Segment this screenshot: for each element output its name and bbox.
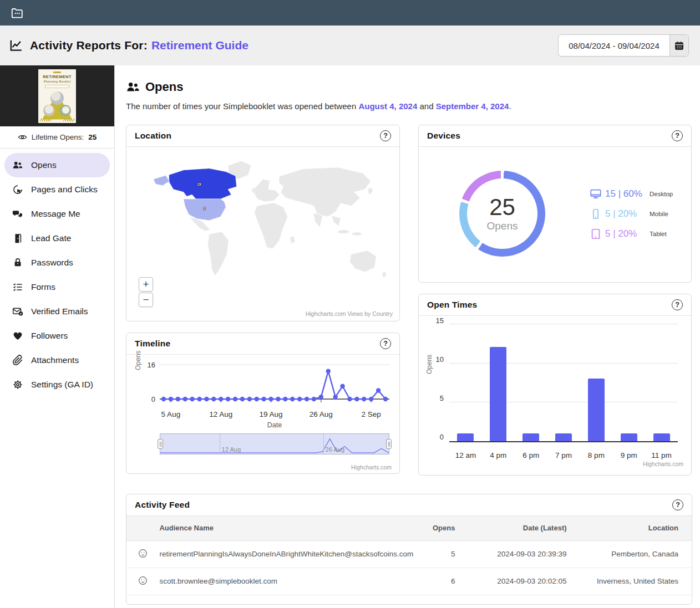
booklet-thumbnail-panel: RETIREMENT Planning Booklet (0, 65, 114, 126)
line-chart-icon (9, 38, 24, 53)
audience-name: retirementPlanningIsAlwaysDoneInABrightW… (159, 540, 413, 568)
desktop-stat: 15 | 60% (605, 188, 642, 200)
audience-location: Inverness, United States (580, 568, 692, 595)
sidebar: RETIREMENT Planning Booklet Lifetime Ope… (0, 65, 115, 608)
open-times-attribution: Highcharts.com (643, 461, 683, 467)
tablet-label: Tablet (650, 231, 667, 237)
heart-icon (12, 330, 23, 341)
sidebar-item-label: Settings (GA ID) (31, 380, 93, 390)
navigator-left-handle[interactable] (158, 439, 163, 449)
sidebar-item-label: Opens (31, 160, 57, 170)
sidebar-item-label: Pages and Clicks (31, 185, 98, 195)
sidebar-item-label: Lead Gate (31, 233, 71, 243)
sidebar-item-label: Verified Emails (31, 306, 88, 316)
navigator-right-handle[interactable] (386, 439, 392, 449)
people-icon (126, 80, 140, 94)
location-card-title: Location (135, 131, 171, 141)
help-icon[interactable]: ? (672, 499, 683, 510)
people-icon (12, 160, 23, 171)
click-icon (12, 184, 23, 195)
eye-icon (18, 132, 27, 142)
legend-mobile: 5 | 20% Mobile (590, 207, 687, 221)
column-opens: Opens (413, 516, 468, 540)
column-location: Location (580, 516, 692, 540)
sidebar-item-forms[interactable]: Forms (0, 275, 114, 299)
sidebar-item-passwords[interactable]: Passwords (0, 251, 114, 275)
activity-feed-title: Activity Feed (135, 500, 190, 510)
sidebar-item-label: Attachments (31, 355, 79, 365)
audience-avatar-icon (126, 568, 159, 595)
devices-total-label: Opens (487, 220, 518, 232)
desktop-label: Desktop (650, 191, 673, 197)
calendar-icon (674, 40, 684, 51)
table-row[interactable]: retirementPlanningIsAlwaysDoneInABrightW… (126, 540, 692, 568)
help-icon[interactable]: ? (380, 130, 391, 141)
sidebar-item-lead-gate[interactable]: Lead Gate (0, 226, 114, 251)
timeline-navigator[interactable]: 12 Aug26 Aug (160, 433, 389, 454)
devices-donut-chart[interactable]: 25 Opens (459, 171, 545, 257)
mobile-stat: 5 | 20% (605, 208, 637, 219)
page-title: Activity Reports For: (30, 39, 148, 52)
open-times-plot: 051015 (449, 325, 678, 442)
booklet-name-link[interactable]: Retirement Guide (151, 39, 248, 52)
help-icon[interactable]: ? (672, 299, 683, 310)
sidebar-item-message-me[interactable]: Message Me (0, 202, 114, 226)
date-range-value[interactable]: 08/04/2024 - 09/04/2024 (559, 35, 669, 56)
cover-title: RETIREMENT (38, 74, 76, 79)
map-south-america (207, 232, 229, 275)
start-date-link[interactable]: August 4, 2024 (358, 101, 417, 111)
end-date-link[interactable]: September 4, 2024 (436, 101, 509, 111)
open-times-bar (555, 433, 572, 441)
map-usa-value: 6 (204, 207, 206, 211)
sidebar-item-label: Forms (31, 282, 55, 292)
chat-icon (12, 208, 23, 219)
audience-avatar-icon (126, 540, 159, 568)
help-icon[interactable]: ? (380, 338, 391, 349)
report-header: Activity Reports For: Retirement Guide 0… (0, 25, 700, 65)
sidebar-item-followers[interactable]: Followers (0, 324, 114, 348)
column-date-latest: Date (Latest) (468, 516, 580, 540)
timeline-plot: 160 (160, 360, 389, 407)
tablet-icon (590, 228, 602, 240)
booklets-folder-icon[interactable] (9, 4, 26, 21)
sidebar-item-opens[interactable]: Opens (4, 153, 110, 177)
cover-photo (59, 105, 71, 116)
map-canada[interactable] (169, 168, 237, 199)
sidebar-item-settings[interactable]: Settings (GA ID) (0, 372, 114, 397)
audience-date: 2024-09-03 20:02:05 (468, 568, 580, 595)
column-audience-name: Audience Name (159, 516, 413, 540)
open-times-bar (523, 433, 539, 441)
section-title: Opens (145, 80, 183, 94)
map-alaska[interactable] (154, 175, 170, 185)
sidebar-item-attachments[interactable]: Attachments (0, 348, 114, 372)
open-times-bar (490, 347, 506, 441)
open-times-categories: 12 am4 pm6 pm7 pm8 pm9 pm11 pm (449, 451, 678, 459)
open-times-card-title: Open Times (427, 300, 477, 310)
door-icon (12, 233, 23, 244)
map-zoom-in-button[interactable]: + (139, 277, 153, 292)
date-range-picker[interactable]: 08/04/2024 - 09/04/2024 (558, 34, 689, 57)
map-zoom-out-button[interactable]: − (139, 293, 153, 307)
tablet-stat: 5 | 20% (605, 228, 637, 239)
calendar-button[interactable] (669, 35, 688, 56)
top-app-bar (0, 0, 700, 25)
help-icon[interactable]: ? (672, 130, 683, 141)
sidebar-item-verified-emails[interactable]: Verified Emails (0, 299, 114, 324)
audience-location: Pemberton, Canada (580, 540, 692, 568)
map-canada-value: 19 (197, 182, 201, 186)
map-se-asia (332, 216, 341, 226)
map-madagascar (290, 236, 295, 244)
booklet-cover-thumbnail[interactable]: RETIREMENT Planning Booklet (38, 69, 76, 123)
sidebar-item-pages-and-clicks[interactable]: Pages and Clicks (0, 177, 114, 202)
lifetime-opens: Lifetime Opens: 25 (0, 126, 114, 149)
desktop-icon (590, 188, 602, 200)
main-content: Opens The number of times your Simpleboo… (115, 65, 700, 608)
map-india (313, 213, 322, 227)
mobile-icon (590, 208, 602, 220)
timeline-attribution: Highcharts.com (351, 464, 392, 471)
timeline-card: Timeline ? Opens 160 5 Aug12 Aug19 Aug26… (126, 333, 400, 474)
devices-legend: 15 | 60% Desktop 5 | 20% (590, 187, 687, 247)
sidebar-item-label: Message Me (31, 209, 80, 219)
open-times-bar (653, 433, 670, 441)
table-row[interactable]: scott.brownlee@simplebooklet.com 6 2024-… (126, 568, 692, 595)
